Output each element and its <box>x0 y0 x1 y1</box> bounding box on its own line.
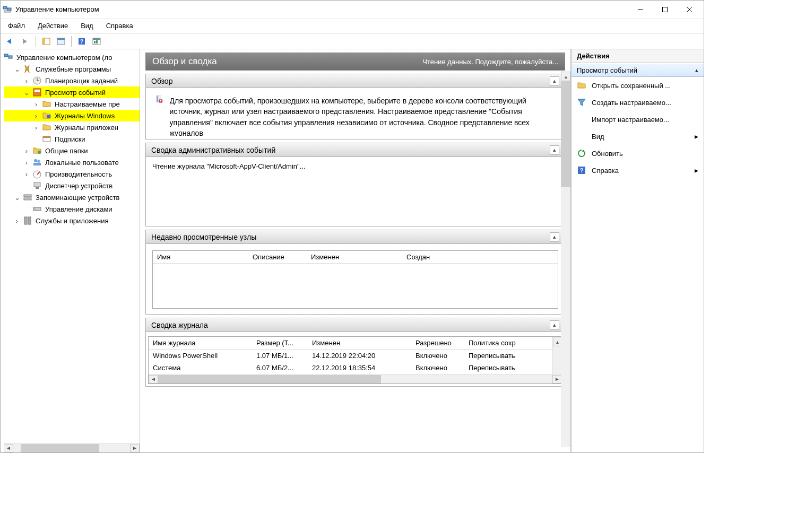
services-icon <box>23 216 32 225</box>
menu-view[interactable]: Вид <box>75 20 99 32</box>
col-policy[interactable]: Политика сохр <box>464 337 528 349</box>
log-summary-table[interactable]: Имя журнала Размер (Т... Изменен Разреше… <box>148 336 562 384</box>
section-header-admin[interactable]: Сводка административных событий ▴ <box>146 143 565 157</box>
cell-modified: 14.12.2019 22:04:20 <box>308 350 411 362</box>
tree-label: Планировщик заданий <box>44 76 119 85</box>
menu-file[interactable]: Файл <box>3 20 30 32</box>
tree-root[interactable]: Управление компьютером (ло <box>4 51 140 63</box>
table-row[interactable]: Windows PowerShell 1.07 МБ/1... 14.12.20… <box>149 350 562 362</box>
svg-rect-12 <box>57 38 65 40</box>
action-view-submenu[interactable]: Вид ▸ <box>571 128 704 145</box>
action-create-custom-view[interactable]: Создать настраиваемо... <box>571 94 704 111</box>
tree-horizontal-scrollbar[interactable]: ◄ ► <box>4 443 140 452</box>
section-header-overview[interactable]: Обзор ▴ <box>146 74 565 88</box>
menu-help[interactable]: Справка <box>101 20 138 32</box>
maximize-button[interactable] <box>653 2 677 18</box>
expand-icon[interactable]: › <box>32 112 40 120</box>
tree-custom-views[interactable]: › Настраиваемые пре <box>4 98 140 110</box>
toolbar-properties-button[interactable] <box>54 35 68 48</box>
scroll-left-icon[interactable]: ◄ <box>4 444 13 452</box>
minimize-button[interactable] <box>628 2 653 18</box>
expand-icon[interactable]: › <box>23 77 30 85</box>
expand-icon[interactable]: › <box>13 217 21 225</box>
table-row[interactable]: Система 6.07 МБ/2... 22.12.2019 18:35:54… <box>149 362 562 374</box>
action-import-custom-view[interactable]: Импорт настраиваемо... <box>571 111 704 128</box>
toolbar-show-hide-button[interactable] <box>39 35 53 48</box>
tree-device-manager[interactable]: Диспетчер устройств <box>4 180 140 191</box>
device-manager-icon <box>32 181 42 190</box>
scroll-track[interactable] <box>13 444 130 452</box>
menu-action[interactable]: Действие <box>32 20 73 32</box>
chevron-up-icon[interactable]: ▴ <box>550 320 559 330</box>
action-open-saved-log[interactable]: Открыть сохраненный ... <box>571 77 704 94</box>
col-modified[interactable]: Изменен <box>308 337 411 349</box>
expand-icon[interactable]: › <box>32 100 40 108</box>
action-refresh[interactable]: Обновить <box>571 145 704 162</box>
action-label: Импорт настраиваемо... <box>592 116 669 124</box>
scroll-thumb[interactable] <box>158 375 381 383</box>
col-size[interactable]: Размер (Т... <box>252 337 308 349</box>
clock-icon <box>32 76 42 85</box>
tree-system-tools[interactable]: ⌄ Служебные программы <box>4 63 140 75</box>
col-description[interactable]: Описание <box>248 251 307 263</box>
action-label: Обновить <box>592 150 623 158</box>
col-log-name[interactable]: Имя журнала <box>149 337 252 349</box>
expand-icon[interactable]: › <box>23 170 30 178</box>
chevron-up-icon[interactable]: ▴ <box>550 145 559 155</box>
subscriptions-icon <box>42 134 51 144</box>
collapse-icon[interactable]: ⌄ <box>13 65 21 73</box>
close-button[interactable] <box>677 2 702 18</box>
expand-icon[interactable]: › <box>32 124 40 132</box>
horizontal-scrollbar[interactable]: ◄ ► <box>149 374 562 383</box>
col-allowed[interactable]: Разрешено <box>411 337 464 349</box>
chevron-up-icon[interactable]: ▴ <box>550 76 559 86</box>
collapse-icon[interactable]: ⌄ <box>13 194 21 202</box>
tree-local-users[interactable]: › Локальные пользовате <box>4 156 140 168</box>
collapse-icon[interactable]: ⌄ <box>23 89 30 97</box>
chevron-up-icon[interactable]: ▴ <box>550 232 559 242</box>
cell-policy: Переписывать <box>464 350 528 362</box>
tree-label: Журналы Windows <box>54 111 116 120</box>
col-modified[interactable]: Изменен <box>307 251 402 263</box>
tree-disk-management[interactable]: Управление дисками <box>4 203 140 215</box>
center-vertical-scrollbar[interactable]: ▴ <box>561 72 570 447</box>
svg-marker-8 <box>23 39 27 44</box>
actions-group-event-viewer[interactable]: Просмотр событий ▴ <box>571 63 704 77</box>
expand-icon[interactable]: › <box>23 159 30 167</box>
tree-storage[interactable]: ⌄ Запоминающие устройств <box>4 191 140 203</box>
storage-icon <box>23 193 32 202</box>
toolbar-help-button[interactable]: ? <box>75 35 89 48</box>
tree-performance[interactable]: › Производительность <box>4 168 140 180</box>
tree-services-apps[interactable]: › Службы и приложения <box>4 215 140 226</box>
scroll-left-icon[interactable]: ◄ <box>149 375 158 383</box>
scroll-thumb[interactable] <box>561 81 570 187</box>
section-overview: Обзор ▴ Для просмотра событий, произошед… <box>145 74 565 139</box>
tree-task-scheduler[interactable]: › Планировщик заданий <box>4 75 140 86</box>
console-tree[interactable]: Управление компьютером (ло ⌄ Служебные п… <box>4 51 140 443</box>
tree-app-logs[interactable]: › Журналы приложен <box>4 121 140 133</box>
tree-windows-logs[interactable]: › Журналы Windows <box>4 110 140 121</box>
event-viewer-icon <box>32 88 42 97</box>
scroll-up-icon[interactable]: ▴ <box>561 72 570 81</box>
nav-back-button[interactable] <box>4 35 18 48</box>
scroll-track[interactable] <box>158 375 552 383</box>
chevron-up-icon: ▴ <box>695 67 698 74</box>
scroll-thumb[interactable] <box>21 444 99 452</box>
tree-shared-folders[interactable]: › Общие папки <box>4 145 140 156</box>
col-created[interactable]: Создан <box>402 251 498 263</box>
nav-forward-button[interactable] <box>19 35 32 48</box>
action-help[interactable]: ? Справка ▸ <box>571 162 704 179</box>
tree-subscriptions[interactable]: Подписки <box>4 133 140 145</box>
col-name[interactable]: Имя <box>153 251 248 263</box>
scroll-right-icon[interactable]: ► <box>130 444 140 452</box>
svg-rect-26 <box>47 115 50 118</box>
tree-label: Службы и приложения <box>34 216 110 225</box>
table-header-row: Имя Описание Изменен Создан <box>153 251 558 264</box>
action-label: Справка <box>592 167 619 175</box>
tree-event-viewer[interactable]: ⌄ Просмотр событий <box>4 86 140 98</box>
section-header-logs[interactable]: Сводка журнала ▴ <box>146 318 565 332</box>
expand-icon[interactable]: › <box>23 147 30 155</box>
toolbar-refresh-button[interactable] <box>90 35 103 48</box>
recent-nodes-table[interactable]: Имя Описание Изменен Создан <box>152 250 558 309</box>
section-header-recent[interactable]: Недавно просмотренные узлы ▴ <box>146 230 565 244</box>
